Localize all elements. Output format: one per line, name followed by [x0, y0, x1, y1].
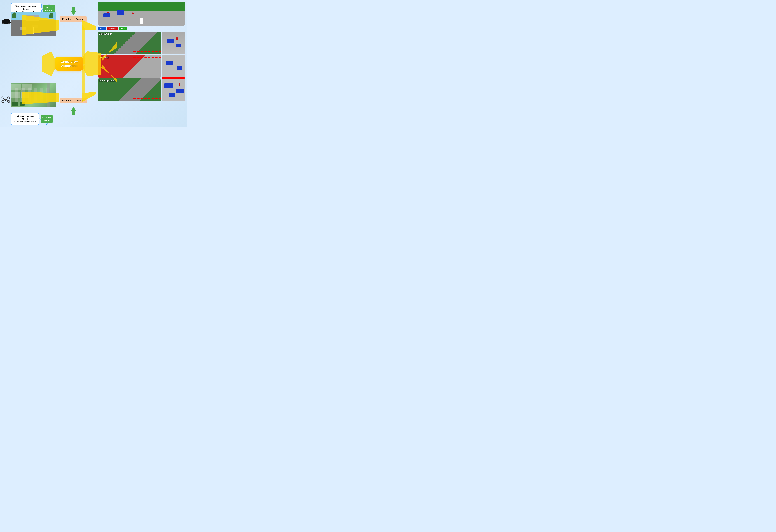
- building-center: [26, 15, 39, 21]
- right-panel: car person tree DenseCLIP: [96, 0, 187, 127]
- freeseg-row: FreeSeg: [98, 55, 185, 77]
- seg-result-car: [98, 2, 185, 26]
- ours-inset-bg: [162, 79, 185, 100]
- vehicle2: [32, 25, 38, 28]
- drone-icon: [1, 96, 10, 103]
- cross-view-label1: Cross-View: [61, 60, 78, 63]
- aerial-building3: [11, 92, 20, 98]
- aerial-building1: [11, 84, 21, 90]
- bot-bubble-text1: find cars, persons, trees: [14, 115, 36, 120]
- ourapproach-label: Our Approach: [99, 79, 116, 82]
- top-encoder: Encoder: [60, 16, 73, 22]
- clip-bot-box: CLIP TextEncoder: [41, 115, 53, 123]
- legend-person: person: [107, 27, 118, 30]
- bot-enc-dec-area: Encoder Decoder: [60, 98, 86, 103]
- diagram-area: find cars, persons, trees from the car v…: [0, 0, 187, 127]
- main-container: find cars, persons, trees from the car v…: [0, 0, 187, 127]
- svg-line-27: [7, 100, 9, 101]
- denseclip-main: DenseCLIP: [98, 32, 161, 54]
- ours-inset-person: [179, 83, 180, 86]
- seg-car-road-bg: [98, 2, 185, 26]
- fs-inset-car1: [166, 61, 173, 65]
- legend-tree: tree: [119, 27, 128, 30]
- car-icon: [1, 17, 11, 25]
- freeseg-inset: [162, 55, 185, 77]
- seg-red-person2: [107, 12, 109, 13]
- top-decoder: Decoder: [73, 16, 86, 22]
- aerial-building4: [21, 92, 29, 98]
- freeseg-label: FreeSeg: [99, 56, 109, 59]
- ourapproach-row: Our Approach: [98, 78, 185, 101]
- dc-inset-car2: [176, 44, 181, 47]
- drone-view-image: [11, 83, 56, 107]
- svg-line-26: [3, 100, 4, 101]
- aerial-tree2: [20, 102, 25, 106]
- clip-top-label: CLIP TextEncoder: [45, 7, 53, 11]
- top-enc-dec-area: Encoder Decoder: [60, 16, 86, 22]
- cross-view-box: Cross-View Adaptation: [55, 57, 83, 70]
- ours-inset-car2: [176, 89, 184, 93]
- freeseg-bg: FreeSeg: [98, 55, 161, 77]
- seg-blue-car1: [104, 13, 111, 17]
- dc-inset-car1: [167, 38, 175, 43]
- ours-dashed-box: [133, 81, 161, 99]
- top-enc-dec-row: Encoder Decoder: [60, 16, 86, 22]
- bot-bubble-area: find cars, persons, trees from the drone…: [11, 113, 53, 125]
- top-bubble-text: find cars, persons, trees: [15, 5, 38, 10]
- seg-blue-car2: [117, 10, 125, 15]
- aerial-tree1: [12, 102, 18, 106]
- fs-inset-car2: [177, 66, 182, 70]
- car-road-bg: [11, 12, 56, 36]
- freeseg-inset-bg: [162, 55, 185, 77]
- drone-aerial-bg: [11, 83, 56, 107]
- denseclip-inset-bg: [162, 32, 185, 54]
- freeseg-main: FreeSeg: [98, 55, 161, 77]
- car-view-image: [11, 12, 56, 36]
- denseclip-inset: [162, 32, 185, 54]
- ourapproach-inset: [162, 78, 185, 101]
- denseclip-dashed-box: [133, 34, 161, 52]
- denseclip-row: DenseCLIP: [98, 32, 185, 54]
- ours-inset-car1: [164, 83, 173, 88]
- tree-right: [49, 13, 53, 18]
- bot-speech-bubble: find cars, persons, trees from the drone…: [11, 113, 39, 125]
- ours-inset-car3: [169, 93, 175, 97]
- svg-marker-3: [82, 65, 85, 93]
- ourapproach-main: Our Approach: [98, 78, 161, 101]
- freeseg-dashed-box: [133, 57, 161, 75]
- dc-inset-person: [176, 37, 178, 40]
- cross-view-label2: Adaptation: [61, 64, 77, 67]
- svg-point-28: [5, 99, 6, 100]
- seg-red-person1: [132, 12, 134, 14]
- svg-rect-14: [4, 19, 9, 21]
- denseclip-label: DenseCLIP: [99, 32, 112, 35]
- clip-bot-wrapper: ❄ CLIP TextEncoder: [41, 115, 53, 123]
- svg-marker-10: [70, 7, 77, 15]
- svg-point-17: [3, 23, 4, 24]
- comparison-section: DenseCLIP: [98, 32, 185, 126]
- legend-car: car: [98, 27, 106, 30]
- bot-decoder: Decoder: [73, 98, 86, 103]
- tree-left: [12, 12, 16, 18]
- bot-encoder: Encoder: [60, 98, 73, 103]
- svg-rect-29: [5, 100, 6, 101]
- svg-point-18: [8, 23, 10, 24]
- aerial-building2: [22, 84, 32, 90]
- aerial-road: [47, 83, 50, 107]
- bot-bubble-text2: from the drone view: [14, 121, 36, 123]
- legend-row: car person tree: [98, 27, 185, 30]
- svg-marker-11: [70, 107, 77, 115]
- svg-marker-4: [42, 51, 55, 76]
- ourapproach-bg: Our Approach: [98, 78, 161, 101]
- clip-bot-label: CLIP TextEncoder: [42, 116, 51, 121]
- bot-enc-dec-row: Encoder Decoder: [60, 98, 86, 103]
- vehicle1: [20, 27, 26, 30]
